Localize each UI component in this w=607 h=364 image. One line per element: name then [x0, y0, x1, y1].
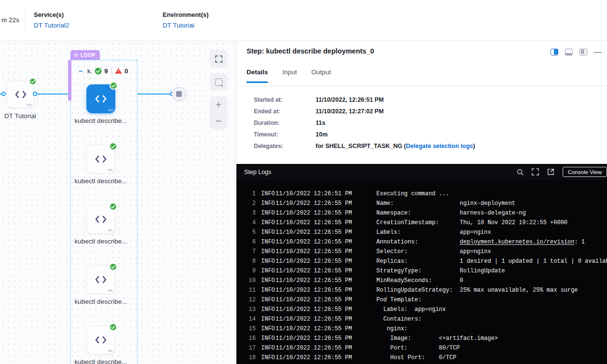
log-message: Replicas: 1 desired | 1 updated | 1 tota… — [376, 256, 607, 266]
log-line: 14 INFO 11/10/2022 12:26:55 PM Container… — [236, 314, 607, 324]
success-badge-icon — [109, 323, 117, 331]
code-icon — [95, 335, 107, 345]
console-view-button[interactable]: Console View — [563, 167, 607, 177]
zoom-in-button[interactable]: + — [216, 100, 221, 109]
log-message: Annotations: deployment.kubernetes.io/re… — [376, 237, 585, 247]
start-node-label: DT Tutorial — [0, 111, 49, 121]
service-link[interactable]: DT Tutorial2 — [34, 22, 69, 29]
log-line: 10 INFO 11/10/2022 12:26:55 PM MinReadyS… — [236, 276, 607, 285]
log-line-number: 2 — [244, 199, 256, 208]
log-line-number: 1 — [244, 189, 256, 199]
pipeline-node-kubectl-describe[interactable]: </> — [86, 145, 115, 174]
stop-icon — [176, 91, 182, 97]
log-level: INFO — [261, 218, 276, 228]
edge-group-to-end — [138, 94, 171, 94]
detail-field-row: Delegates: for SHELL_SCRIPT_TASK_NG (Del… — [254, 143, 475, 149]
fullscreen-canvas-button[interactable] — [210, 50, 227, 67]
log-timestamp: 11/10/2022 12:26:55 PM — [276, 353, 376, 363]
minimize-panel-icon[interactable]: — — [594, 50, 602, 54]
layout-split-right-icon[interactable] — [551, 49, 558, 55]
step-logs-title: Step Logs — [244, 169, 271, 175]
step-detail-fields: Started at: 11/10/2022, 12:26:51 PM Ende… — [254, 96, 475, 154]
search-logs-button[interactable] — [517, 169, 524, 175]
loop-badge[interactable]: ⟳ LOOP — [70, 50, 100, 60]
layout-panel-right-icon[interactable] — [579, 49, 587, 55]
log-message: Host Port: 0/TCP — [376, 353, 456, 363]
step-logs-header: Step Logs Console View — [236, 164, 607, 180]
log-message: Image: <+artifact.image> — [376, 334, 498, 343]
success-badge-icon — [109, 263, 117, 271]
pipeline-end-node[interactable] — [172, 87, 186, 101]
step-node-label: kubectl describe... — [72, 297, 130, 306]
zoom-controls: + − — [210, 96, 227, 129]
panel-layout-controls: — — [551, 49, 602, 55]
log-message: Name: nginx-deployment — [376, 199, 515, 208]
log-timestamp: 11/10/2022 12:26:55 PM — [276, 218, 376, 228]
detail-field-row: Ended at: 11/10/2022, 12:27:02 PM — [254, 108, 475, 115]
zoom-out-button[interactable]: − — [216, 116, 221, 126]
code-mini-icon: </> — [108, 108, 113, 112]
detail-field-value: 11/10/2022, 12:27:02 PM — [316, 108, 384, 115]
log-timestamp: 11/10/2022 12:26:55 PM — [276, 208, 376, 218]
environment-link[interactable]: DT Tutorial — [163, 22, 208, 29]
pipeline-node-dt-tutorial[interactable]: </> — [7, 81, 34, 108]
pipeline-node-kubectl-describe[interactable]: </> — [86, 205, 115, 234]
log-line-number: 10 — [244, 276, 256, 285]
log-timestamp: 11/10/2022 12:26:55 PM — [276, 295, 376, 305]
expand-logs-button[interactable] — [532, 168, 539, 175]
step-node-label: kubectl describe... — [72, 237, 130, 246]
log-message: Labels: app=nginx — [376, 305, 446, 314]
log-link[interactable]: deployment.kubernetes.io/revision — [460, 239, 575, 245]
connector-dot[interactable] — [33, 92, 37, 96]
success-badge-icon — [109, 202, 117, 211]
log-message: Namespace: harness-delegate-ng — [376, 208, 526, 218]
tab-output[interactable]: Output — [311, 68, 331, 83]
log-level: INFO — [261, 285, 276, 295]
environments-label: Environment(s) — [163, 11, 208, 18]
log-line: 8 INFO 11/10/2022 12:26:55 PM Replicas: … — [236, 256, 607, 266]
log-level: INFO — [261, 247, 276, 256]
log-level: INFO — [261, 353, 276, 363]
log-timestamp: 11/10/2022 12:26:55 PM — [276, 199, 376, 208]
log-level: INFO — [261, 189, 276, 199]
failed-count-icon — [115, 67, 122, 74]
step-node-label: kubectl describe... — [72, 116, 130, 125]
marquee-select-button[interactable] — [210, 73, 227, 91]
success-badge-icon — [29, 78, 37, 85]
log-line: 9 INFO 11/10/2022 12:26:55 PM StrategyTy… — [236, 266, 607, 276]
log-line: 6 INFO 11/10/2022 12:26:55 PM Annotation… — [236, 237, 607, 247]
services-label: Service(s) — [34, 11, 69, 18]
step-details-panel: Step: kubectl describe deployments_0 — D… — [236, 41, 607, 364]
log-line-number: 11 — [244, 285, 256, 295]
log-level: INFO — [261, 266, 276, 276]
tab-input[interactable]: Input — [282, 68, 297, 83]
external-link-icon — [547, 168, 554, 175]
log-message: StrategyType: RollingUpdate — [376, 266, 505, 276]
log-message: CreationTimestamp: Thu, 10 Nov 2022 19:2… — [376, 218, 567, 228]
connector-dot[interactable] — [1, 92, 6, 96]
loop-group-header: – k. 9 0 — [79, 67, 128, 75]
log-line-number: 13 — [244, 305, 256, 314]
delegate-selection-logs-link[interactable]: Delegate selection logs — [406, 143, 473, 149]
code-icon — [95, 214, 107, 225]
layout-split-bottom-icon[interactable] — [565, 49, 573, 55]
failed-count: 0 — [124, 67, 128, 75]
open-logs-new-tab-button[interactable] — [547, 168, 554, 175]
pipeline-canvas[interactable]: </> DT Tutorial ⟳ LOOP – k. 9 0 — [0, 41, 236, 364]
tab-details[interactable]: Details — [247, 68, 268, 83]
detail-field-row: Duration: 11s — [254, 120, 475, 126]
pipeline-node-kubectl-describe[interactable]: </> — [86, 265, 115, 294]
log-level: INFO — [261, 199, 276, 208]
log-timestamp: 11/10/2022 12:26:55 PM — [276, 305, 376, 314]
detail-field-label: Ended at: — [254, 108, 316, 115]
search-icon — [517, 169, 524, 175]
pipeline-node-kubectl-describe[interactable]: </> — [86, 325, 115, 354]
log-timestamp: 11/10/2022 12:26:55 PM — [276, 266, 376, 276]
step-logs-console[interactable]: 1 INFO 11/10/2022 12:26:51 PM Executing … — [236, 180, 607, 364]
detail-field-value: 10m — [316, 131, 328, 138]
log-line: 18 INFO 11/10/2022 12:26:55 PM Host Port… — [236, 353, 607, 363]
detail-field-value: 11/10/2022, 12:26:51 PM — [316, 96, 384, 103]
collapse-group-icon[interactable]: – — [79, 68, 85, 74]
log-line-number: 18 — [244, 353, 256, 363]
pipeline-node-kubectl-describe[interactable]: </> — [86, 84, 115, 113]
